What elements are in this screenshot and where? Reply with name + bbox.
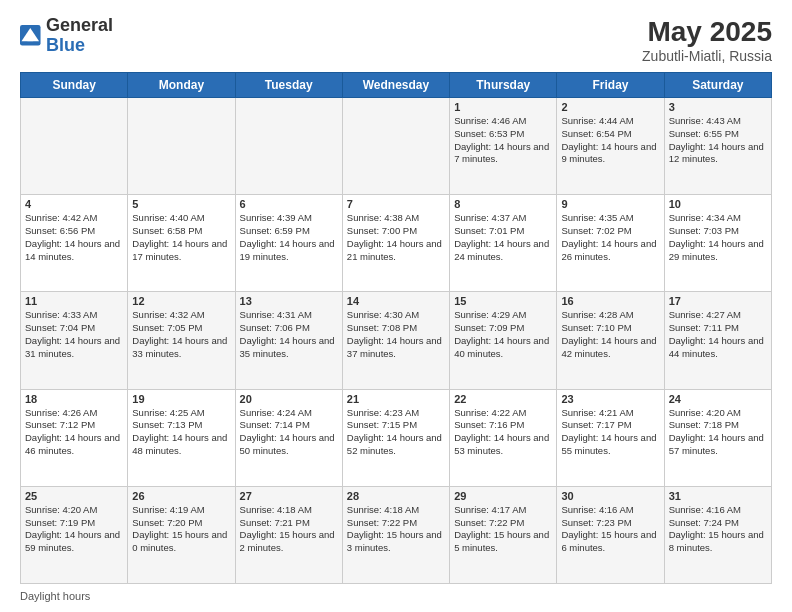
day-number: 3: [669, 101, 767, 113]
calendar-cell: 13Sunrise: 4:31 AMSunset: 7:06 PMDayligh…: [235, 292, 342, 389]
day-info: Sunrise: 4:19 AMSunset: 7:20 PMDaylight:…: [132, 504, 230, 555]
calendar-cell: 25Sunrise: 4:20 AMSunset: 7:19 PMDayligh…: [21, 486, 128, 583]
day-info: Sunrise: 4:24 AMSunset: 7:14 PMDaylight:…: [240, 407, 338, 458]
day-info: Sunrise: 4:34 AMSunset: 7:03 PMDaylight:…: [669, 212, 767, 263]
calendar-week-row: 18Sunrise: 4:26 AMSunset: 7:12 PMDayligh…: [21, 389, 772, 486]
day-number: 7: [347, 198, 445, 210]
calendar-cell: 29Sunrise: 4:17 AMSunset: 7:22 PMDayligh…: [450, 486, 557, 583]
calendar-cell: 1Sunrise: 4:46 AMSunset: 6:53 PMDaylight…: [450, 98, 557, 195]
day-info: Sunrise: 4:39 AMSunset: 6:59 PMDaylight:…: [240, 212, 338, 263]
logo-general-text: General: [46, 15, 113, 35]
day-number: 15: [454, 295, 552, 307]
generalblue-logo-icon: [20, 25, 42, 47]
day-info: Sunrise: 4:38 AMSunset: 7:00 PMDaylight:…: [347, 212, 445, 263]
day-number: 31: [669, 490, 767, 502]
day-number: 13: [240, 295, 338, 307]
day-number: 10: [669, 198, 767, 210]
day-info: Sunrise: 4:43 AMSunset: 6:55 PMDaylight:…: [669, 115, 767, 166]
calendar-week-row: 11Sunrise: 4:33 AMSunset: 7:04 PMDayligh…: [21, 292, 772, 389]
calendar-cell: 6Sunrise: 4:39 AMSunset: 6:59 PMDaylight…: [235, 195, 342, 292]
calendar-cell: 16Sunrise: 4:28 AMSunset: 7:10 PMDayligh…: [557, 292, 664, 389]
calendar-week-row: 25Sunrise: 4:20 AMSunset: 7:19 PMDayligh…: [21, 486, 772, 583]
day-info: Sunrise: 4:29 AMSunset: 7:09 PMDaylight:…: [454, 309, 552, 360]
day-info: Sunrise: 4:40 AMSunset: 6:58 PMDaylight:…: [132, 212, 230, 263]
day-number: 21: [347, 393, 445, 405]
calendar-cell: 30Sunrise: 4:16 AMSunset: 7:23 PMDayligh…: [557, 486, 664, 583]
legend: Daylight hours: [20, 590, 772, 602]
calendar-cell: [235, 98, 342, 195]
day-number: 12: [132, 295, 230, 307]
calendar-week-row: 1Sunrise: 4:46 AMSunset: 6:53 PMDaylight…: [21, 98, 772, 195]
daylight-hours-label: Daylight hours: [20, 590, 90, 602]
calendar-cell: [342, 98, 449, 195]
month-title: May 2025: [642, 16, 772, 48]
calendar-cell: 20Sunrise: 4:24 AMSunset: 7:14 PMDayligh…: [235, 389, 342, 486]
calendar-cell: 2Sunrise: 4:44 AMSunset: 6:54 PMDaylight…: [557, 98, 664, 195]
calendar-cell: 8Sunrise: 4:37 AMSunset: 7:01 PMDaylight…: [450, 195, 557, 292]
weekday-header-wednesday: Wednesday: [342, 73, 449, 98]
calendar-cell: 11Sunrise: 4:33 AMSunset: 7:04 PMDayligh…: [21, 292, 128, 389]
day-info: Sunrise: 4:23 AMSunset: 7:15 PMDaylight:…: [347, 407, 445, 458]
logo: General Blue: [20, 16, 113, 56]
calendar-cell: 31Sunrise: 4:16 AMSunset: 7:24 PMDayligh…: [664, 486, 771, 583]
calendar-cell: 10Sunrise: 4:34 AMSunset: 7:03 PMDayligh…: [664, 195, 771, 292]
calendar-cell: 28Sunrise: 4:18 AMSunset: 7:22 PMDayligh…: [342, 486, 449, 583]
day-info: Sunrise: 4:17 AMSunset: 7:22 PMDaylight:…: [454, 504, 552, 555]
day-info: Sunrise: 4:30 AMSunset: 7:08 PMDaylight:…: [347, 309, 445, 360]
weekday-header-row: SundayMondayTuesdayWednesdayThursdayFrid…: [21, 73, 772, 98]
calendar-cell: 5Sunrise: 4:40 AMSunset: 6:58 PMDaylight…: [128, 195, 235, 292]
day-number: 26: [132, 490, 230, 502]
calendar-cell: 18Sunrise: 4:26 AMSunset: 7:12 PMDayligh…: [21, 389, 128, 486]
day-info: Sunrise: 4:18 AMSunset: 7:21 PMDaylight:…: [240, 504, 338, 555]
calendar-cell: 22Sunrise: 4:22 AMSunset: 7:16 PMDayligh…: [450, 389, 557, 486]
day-info: Sunrise: 4:35 AMSunset: 7:02 PMDaylight:…: [561, 212, 659, 263]
calendar-cell: 21Sunrise: 4:23 AMSunset: 7:15 PMDayligh…: [342, 389, 449, 486]
day-number: 17: [669, 295, 767, 307]
weekday-header-friday: Friday: [557, 73, 664, 98]
calendar-cell: 3Sunrise: 4:43 AMSunset: 6:55 PMDaylight…: [664, 98, 771, 195]
calendar-cell: 4Sunrise: 4:42 AMSunset: 6:56 PMDaylight…: [21, 195, 128, 292]
day-number: 1: [454, 101, 552, 113]
weekday-header-saturday: Saturday: [664, 73, 771, 98]
day-info: Sunrise: 4:31 AMSunset: 7:06 PMDaylight:…: [240, 309, 338, 360]
day-info: Sunrise: 4:37 AMSunset: 7:01 PMDaylight:…: [454, 212, 552, 263]
day-number: 25: [25, 490, 123, 502]
calendar-cell: 26Sunrise: 4:19 AMSunset: 7:20 PMDayligh…: [128, 486, 235, 583]
svg-rect-2: [27, 35, 33, 41]
day-number: 29: [454, 490, 552, 502]
day-number: 20: [240, 393, 338, 405]
calendar-cell: 24Sunrise: 4:20 AMSunset: 7:18 PMDayligh…: [664, 389, 771, 486]
day-number: 2: [561, 101, 659, 113]
day-info: Sunrise: 4:28 AMSunset: 7:10 PMDaylight:…: [561, 309, 659, 360]
header: General Blue May 2025 Zubutli-Miatli, Ru…: [20, 16, 772, 64]
day-info: Sunrise: 4:20 AMSunset: 7:18 PMDaylight:…: [669, 407, 767, 458]
day-number: 28: [347, 490, 445, 502]
weekday-header-thursday: Thursday: [450, 73, 557, 98]
day-number: 30: [561, 490, 659, 502]
calendar-cell: [128, 98, 235, 195]
day-number: 14: [347, 295, 445, 307]
day-info: Sunrise: 4:25 AMSunset: 7:13 PMDaylight:…: [132, 407, 230, 458]
day-number: 9: [561, 198, 659, 210]
day-info: Sunrise: 4:44 AMSunset: 6:54 PMDaylight:…: [561, 115, 659, 166]
day-info: Sunrise: 4:32 AMSunset: 7:05 PMDaylight:…: [132, 309, 230, 360]
day-info: Sunrise: 4:16 AMSunset: 7:23 PMDaylight:…: [561, 504, 659, 555]
day-number: 23: [561, 393, 659, 405]
calendar-cell: 19Sunrise: 4:25 AMSunset: 7:13 PMDayligh…: [128, 389, 235, 486]
day-number: 11: [25, 295, 123, 307]
calendar-cell: 27Sunrise: 4:18 AMSunset: 7:21 PMDayligh…: [235, 486, 342, 583]
day-number: 24: [669, 393, 767, 405]
day-info: Sunrise: 4:42 AMSunset: 6:56 PMDaylight:…: [25, 212, 123, 263]
calendar-cell: 15Sunrise: 4:29 AMSunset: 7:09 PMDayligh…: [450, 292, 557, 389]
day-number: 22: [454, 393, 552, 405]
day-number: 16: [561, 295, 659, 307]
day-info: Sunrise: 4:26 AMSunset: 7:12 PMDaylight:…: [25, 407, 123, 458]
day-info: Sunrise: 4:27 AMSunset: 7:11 PMDaylight:…: [669, 309, 767, 360]
day-info: Sunrise: 4:16 AMSunset: 7:24 PMDaylight:…: [669, 504, 767, 555]
location: Zubutli-Miatli, Russia: [642, 48, 772, 64]
day-info: Sunrise: 4:46 AMSunset: 6:53 PMDaylight:…: [454, 115, 552, 166]
logo-text: General Blue: [46, 16, 113, 56]
weekday-header-tuesday: Tuesday: [235, 73, 342, 98]
logo-blue-text: Blue: [46, 35, 85, 55]
day-number: 18: [25, 393, 123, 405]
